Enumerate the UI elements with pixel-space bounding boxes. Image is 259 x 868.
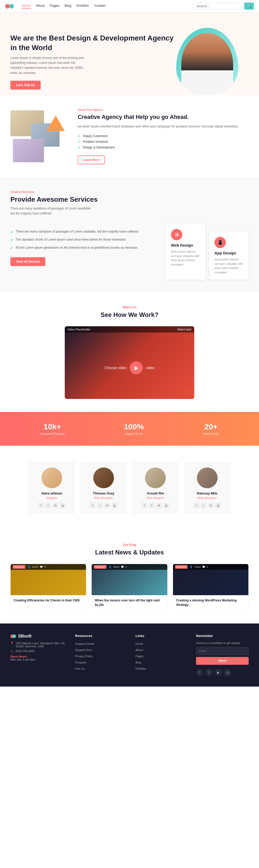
footer-brand: SBsoft 📍 199 Oakway Lane, Woodland Hills… [10, 634, 67, 676]
about-learn-more-button[interactable]: Learn More [78, 155, 105, 164]
search-button[interactable]: 🔍 [244, 3, 254, 10]
twitter-icon-thomas[interactable]: t [97, 502, 103, 508]
footer-twitter-icon[interactable]: t [206, 669, 213, 676]
stat-awards-label: Awards Won [203, 432, 219, 435]
newsletter-send-button[interactable]: Send [196, 657, 249, 665]
facebook-icon-ramsay[interactable]: f [193, 502, 199, 508]
blog-comments-3: 6 [207, 566, 208, 568]
nav-link-blog[interactable]: Blog [65, 4, 72, 8]
hero-title: We are the Best Design & Development Age… [10, 33, 176, 53]
footer-logo: SBsoft [10, 634, 67, 639]
video-placeholder: Video Placeholder Watch later Choose vid… [65, 326, 194, 399]
stats-section: 10k+ Completed Projects 100% Happy Clien… [0, 412, 259, 446]
instagram-icon-arnold[interactable]: ig [163, 502, 169, 508]
about-check-3: ✔Design & Development [78, 145, 249, 150]
linkedin-icon[interactable]: in [52, 502, 58, 508]
search-input[interactable] [193, 3, 243, 10]
nav-link-home[interactable]: Home [22, 4, 31, 8]
blog-post-title-1: Creating Efficiencies for Clients in the… [14, 598, 83, 603]
newsletter-email-input[interactable] [196, 647, 249, 655]
service-card-app-design-desc-1: Quis autem veleum iure quin volupate vel… [215, 257, 244, 274]
hero-cta-button[interactable]: Let's Talk Us [10, 81, 41, 90]
team-socials-arnold: f t in ig [137, 502, 174, 508]
team-socials-thomas: f t in ig [85, 502, 122, 508]
footer-link-about: About [136, 648, 188, 652]
about-checklist: ✔Happy Customers ✔Problem Solutions ✔Des… [78, 133, 249, 150]
instagram-icon-thomas[interactable]: ig [112, 502, 117, 508]
twitter-icon-ramsay[interactable]: t [201, 502, 207, 508]
instagram-icon[interactable]: ig [60, 502, 66, 508]
blog-comments-icon-1: 💬 [40, 566, 43, 568]
nav-link-about[interactable]: About [36, 4, 45, 8]
video-choose-label: Choose video [104, 366, 127, 370]
twitter-icon[interactable]: t [45, 502, 51, 508]
video-play-button[interactable]: ▶ [130, 361, 143, 374]
video-title: See How We Work? [10, 311, 249, 318]
about-check-1: ✔Happy Customers [78, 133, 249, 139]
blog-grid: Business 👤 Admin 💬 8 Creating Efficienci… [10, 564, 249, 611]
service-card-app-design-1: 📱 App Design Quis autem veleum iure quin… [209, 231, 249, 280]
facebook-icon[interactable]: f [38, 502, 44, 508]
blog-comments-2: 6 [125, 566, 127, 568]
footer-nav-links: Home About Pages Blog Portfolio [136, 641, 188, 671]
nav-link-pages[interactable]: Pages [50, 4, 60, 8]
footer-facebook-icon[interactable]: f [196, 669, 203, 676]
nav-links: Home About Pages Blog Portfolio Contact [22, 4, 193, 8]
phone-icon: 📞 [10, 649, 14, 653]
blog-title: Latest News & Updates [10, 549, 249, 556]
blog-author-icon-2: 👤 [109, 566, 111, 568]
blog-section: Our Blog Latest News & Updates Business … [0, 530, 259, 623]
blog-author-icon-3: 👤 [190, 566, 192, 568]
twitter-icon-arnold[interactable]: t [149, 502, 155, 508]
location-icon: 📍 [10, 642, 14, 645]
blog-author-1: Admin [32, 566, 39, 568]
linkedin-icon-ramsay[interactable]: in [208, 502, 214, 508]
services-checklist: ✔There are many variations of passages o… [10, 228, 158, 252]
stat-awards-number: 20+ [203, 422, 219, 431]
team-avatar-saira [41, 467, 62, 488]
footer-address: 📍 199 Oakway Lane, Woodland Hills, CA 91… [10, 642, 67, 648]
hero-section: We are the Best Design & Development Age… [0, 12, 259, 95]
video-watch-later[interactable]: Watch later [177, 328, 192, 331]
blog-content-1: Creating Efficiencies for Clients in the… [11, 595, 86, 606]
stat-projects-number: 10k+ [40, 422, 65, 431]
about-images [10, 110, 67, 162]
hero-image [176, 28, 249, 95]
blog-meta-info-1: 👤 Admin 💬 8 [28, 565, 46, 569]
linkedin-icon-thomas[interactable]: in [104, 502, 110, 508]
services-check-icon-2: ✔ [10, 237, 13, 243]
footer-youtube-icon[interactable]: ▶ [215, 669, 222, 676]
footer-link-privacy: Privacy Policy [75, 654, 128, 658]
facebook-icon-arnold[interactable]: f [142, 502, 147, 508]
blog-author-2: Admin [113, 566, 120, 568]
team-avatar-ramsay [197, 467, 218, 488]
blog-meta-info-2: 👤 Admin 💬 6 [109, 565, 127, 569]
services-description: There are many variations of passages of… [10, 206, 93, 216]
footer-link-home: Home [136, 641, 188, 646]
logo[interactable] [5, 4, 14, 8]
about-content: About The Agency Creative Agency that He… [78, 108, 249, 164]
team-card-saira: Saira witman Designer f t in ig [29, 461, 75, 515]
video-top-bar: Video Placeholder Watch later [65, 326, 194, 333]
services-view-all-button[interactable]: View All Service [10, 257, 45, 266]
blog-post-title-3: Creating a winning WordPress Marketing S… [176, 598, 245, 607]
team-name-saira: Saira witman [34, 491, 70, 495]
about-description: we build results-oriented brand strategi… [78, 124, 249, 129]
about-tag: About The Agency [78, 108, 249, 111]
nav-link-portfolio[interactable]: Portfolio [77, 4, 89, 8]
services-tag: Creative Services [10, 190, 249, 193]
blog-comments-1: 8 [44, 566, 46, 568]
services-check-icon-1: ✔ [10, 229, 13, 235]
instagram-icon-ramsay[interactable]: ig [215, 502, 221, 508]
team-role-ramsay: Web developer [189, 496, 225, 499]
nav-link-contact[interactable]: Contact [94, 4, 106, 8]
footer-open-hours: Mon-Sat: 9 am-6pm [10, 658, 67, 661]
linkedin-icon-arnold[interactable]: in [156, 502, 162, 508]
footer-instagram-icon[interactable]: ◎ [224, 669, 231, 676]
video-tag: Watch Us [10, 306, 249, 309]
team-card-arnold: Arnold Rio Web designer f t in ig [132, 461, 179, 515]
services-section: Creative Services Provide Awesome Servic… [0, 177, 259, 292]
team-name-ramsay: Ramsay Milo [189, 491, 225, 495]
search-form: 🔍 [193, 3, 254, 10]
facebook-icon-thomas[interactable]: f [90, 502, 96, 508]
